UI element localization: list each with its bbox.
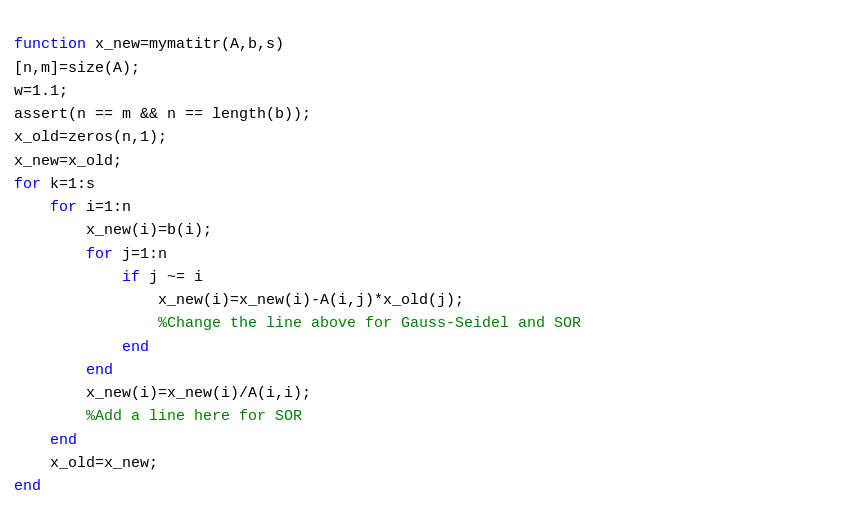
code-line: x_new(i)=b(i); xyxy=(14,219,850,242)
code-text xyxy=(14,362,86,379)
code-line: end xyxy=(14,359,850,382)
code-text xyxy=(14,408,86,425)
code-line: x_new(i)=x_new(i)/A(i,i); xyxy=(14,382,850,405)
code-text xyxy=(14,315,158,332)
code-text xyxy=(14,199,50,216)
code-text: x_new=mymatitr(A,b,s) xyxy=(86,36,284,53)
code-editor: function x_new=mymatitr(A,b,s)[n,m]=size… xyxy=(14,10,850,498)
code-line: if j ~= i xyxy=(14,266,850,289)
code-text: x_new=x_old; xyxy=(14,153,122,170)
code-line: for j=1:n xyxy=(14,243,850,266)
code-text: x_old=x_new; xyxy=(14,455,158,472)
code-text: x_new(i)=x_new(i)/A(i,i); xyxy=(14,385,311,402)
code-line: end xyxy=(14,429,850,452)
code-text: [n,m]=size(A); xyxy=(14,60,140,77)
code-text: x_new(i)=b(i); xyxy=(14,222,212,239)
keyword: end xyxy=(86,362,113,379)
keyword: for xyxy=(86,246,113,263)
code-line: x_new(i)=x_new(i)-A(i,j)*x_old(j); xyxy=(14,289,850,312)
code-line: %Change the line above for Gauss-Seidel … xyxy=(14,312,850,335)
code-line: w=1.1; xyxy=(14,80,850,103)
code-line: x_new=x_old; xyxy=(14,150,850,173)
code-text: j ~= i xyxy=(140,269,203,286)
keyword: for xyxy=(50,199,77,216)
code-text xyxy=(14,339,122,356)
keyword: if xyxy=(122,269,140,286)
code-line: [n,m]=size(A); xyxy=(14,57,850,80)
keyword: end xyxy=(14,478,41,495)
code-text: assert(n == m && n == length(b)); xyxy=(14,106,311,123)
keyword: end xyxy=(50,432,77,449)
comment: %Change the line above for Gauss-Seidel … xyxy=(158,315,581,332)
code-line: x_old=zeros(n,1); xyxy=(14,126,850,149)
code-line: %Add a line here for SOR xyxy=(14,405,850,428)
code-line: for k=1:s xyxy=(14,173,850,196)
code-text xyxy=(14,269,122,286)
code-text xyxy=(14,246,86,263)
code-line: function x_new=mymatitr(A,b,s) xyxy=(14,33,850,56)
code-text: k=1:s xyxy=(41,176,95,193)
code-line: for i=1:n xyxy=(14,196,850,219)
code-text: w=1.1; xyxy=(14,83,68,100)
code-text: j=1:n xyxy=(113,246,167,263)
code-line: end xyxy=(14,475,850,498)
keyword: for xyxy=(14,176,41,193)
code-line: end xyxy=(14,336,850,359)
code-text: i=1:n xyxy=(77,199,131,216)
keyword: function xyxy=(14,36,86,53)
code-line: assert(n == m && n == length(b)); xyxy=(14,103,850,126)
code-text: x_new(i)=x_new(i)-A(i,j)*x_old(j); xyxy=(14,292,464,309)
code-line: x_old=x_new; xyxy=(14,452,850,475)
code-text: x_old=zeros(n,1); xyxy=(14,129,167,146)
code-text xyxy=(14,432,50,449)
keyword: end xyxy=(122,339,149,356)
comment: %Add a line here for SOR xyxy=(86,408,302,425)
